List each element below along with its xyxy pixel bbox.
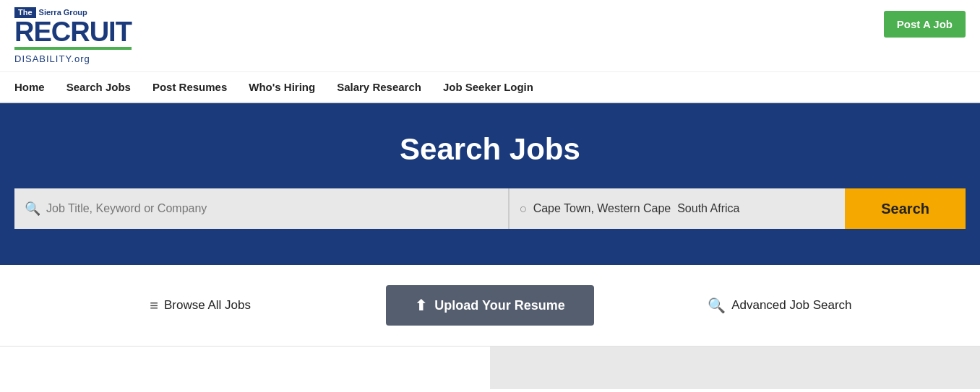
nav-item-whos-hiring[interactable]: Who's Hiring bbox=[249, 81, 315, 93]
hero-section: Search Jobs 🔍 ○ Search bbox=[0, 103, 980, 265]
bottom-left-panel bbox=[0, 346, 490, 389]
advanced-search-label: Advanced Job Search bbox=[731, 298, 851, 313]
keyword-input-wrap: 🔍 bbox=[14, 188, 508, 229]
bottom-split bbox=[0, 346, 980, 389]
advanced-search-icon: 🔍 bbox=[708, 297, 726, 314]
logo-recruit: RECRUIT bbox=[14, 18, 132, 45]
bottom-right-panel bbox=[490, 346, 980, 389]
keyword-input[interactable] bbox=[46, 188, 498, 229]
browse-icon: ≡ bbox=[150, 297, 158, 314]
logo-org-suffix: .org bbox=[71, 53, 90, 64]
action-row: ≡ Browse All Jobs ⬆ Upload Your Resume 🔍… bbox=[0, 265, 980, 346]
main-nav: Home Search Jobs Post Resumes Who's Hiri… bbox=[0, 72, 980, 103]
location-icon: ○ bbox=[520, 201, 528, 217]
logo: The Sierra Group RECRUIT DISABILITY.org bbox=[14, 7, 132, 64]
location-input[interactable] bbox=[533, 188, 835, 229]
search-bar: 🔍 ○ Search bbox=[14, 188, 966, 229]
nav-item-salary-research[interactable]: Salary Research bbox=[337, 81, 421, 93]
location-input-wrap: ○ bbox=[508, 188, 846, 229]
post-job-button[interactable]: Post A Job bbox=[884, 11, 966, 38]
browse-all-jobs-item[interactable]: ≡ Browse All Jobs bbox=[14, 297, 386, 314]
search-button[interactable]: Search bbox=[845, 188, 966, 229]
advanced-search-item[interactable]: 🔍 Advanced Job Search bbox=[594, 297, 966, 314]
upload-icon: ⬆ bbox=[415, 297, 427, 314]
logo-sierra-text: Sierra Group bbox=[39, 9, 87, 17]
browse-all-jobs-label: Browse All Jobs bbox=[164, 298, 251, 313]
upload-resume-label: Upload Your Resume bbox=[434, 298, 564, 313]
nav-item-post-resumes[interactable]: Post Resumes bbox=[152, 81, 227, 93]
logo-underline bbox=[14, 47, 132, 50]
nav-item-job-seeker-login[interactable]: Job Seeker Login bbox=[443, 81, 533, 93]
logo-disability: DISABILITY.org bbox=[14, 51, 132, 64]
header: The Sierra Group RECRUIT DISABILITY.org … bbox=[0, 0, 980, 72]
search-icon: 🔍 bbox=[25, 201, 40, 217]
nav-item-home[interactable]: Home bbox=[14, 81, 45, 93]
upload-resume-button[interactable]: ⬆ Upload Your Resume bbox=[386, 285, 593, 326]
nav-item-search-jobs[interactable]: Search Jobs bbox=[66, 81, 131, 93]
hero-title: Search Jobs bbox=[14, 132, 966, 167]
